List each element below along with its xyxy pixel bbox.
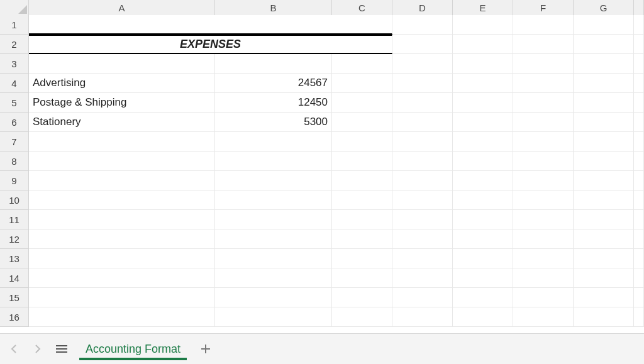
expenses-title-cell[interactable]: EXPENSES <box>29 35 392 54</box>
row-header[interactable]: 13 <box>0 249 29 268</box>
cell[interactable] <box>634 190 644 210</box>
cell[interactable] <box>453 210 513 229</box>
cell[interactable] <box>453 307 513 327</box>
cell[interactable] <box>574 132 634 152</box>
cell[interactable] <box>392 152 453 171</box>
col-header-E[interactable]: E <box>453 0 513 15</box>
cell[interactable] <box>453 15 513 35</box>
cell[interactable] <box>634 15 644 35</box>
expense-value-cell[interactable]: 12450 <box>215 93 332 113</box>
cell[interactable] <box>453 152 513 171</box>
cell[interactable] <box>574 54 634 74</box>
row-header[interactable]: 6 <box>0 113 29 132</box>
col-header-B[interactable]: B <box>215 0 332 15</box>
cell[interactable] <box>513 152 574 171</box>
cell[interactable] <box>29 190 215 210</box>
cell[interactable] <box>634 307 644 327</box>
row-header[interactable]: 11 <box>0 210 29 229</box>
cell[interactable] <box>634 210 644 229</box>
cell[interactable] <box>574 229 634 249</box>
cell[interactable] <box>513 307 574 327</box>
cell[interactable] <box>332 54 392 74</box>
cell[interactable] <box>392 15 453 35</box>
cell[interactable] <box>29 249 215 268</box>
cell[interactable] <box>29 229 215 249</box>
cell[interactable] <box>332 249 392 268</box>
cell[interactable] <box>215 190 332 210</box>
all-sheets-button[interactable] <box>55 343 68 355</box>
cell[interactable] <box>392 74 453 93</box>
row-header[interactable]: 2 <box>0 35 29 54</box>
cell[interactable] <box>392 249 453 268</box>
row-header[interactable]: 15 <box>0 288 29 307</box>
cell[interactable] <box>215 288 332 307</box>
cell[interactable] <box>332 229 392 249</box>
cell[interactable] <box>215 54 332 74</box>
expense-name-cell[interactable]: Advertising <box>29 74 215 93</box>
cell[interactable] <box>392 307 453 327</box>
col-header-C[interactable]: C <box>332 0 392 15</box>
select-all-corner[interactable] <box>0 0 29 15</box>
tab-nav-prev-button[interactable] <box>8 343 20 355</box>
cell[interactable] <box>392 113 453 132</box>
cell[interactable] <box>574 288 634 307</box>
cell[interactable] <box>574 190 634 210</box>
col-header-A[interactable]: A <box>29 0 215 15</box>
cell[interactable] <box>513 210 574 229</box>
tab-nav-next-button[interactable] <box>31 343 44 355</box>
cell[interactable] <box>513 54 574 74</box>
cell[interactable] <box>513 190 574 210</box>
row-header[interactable]: 1 <box>0 15 29 35</box>
cell[interactable] <box>513 15 574 35</box>
cell[interactable] <box>392 288 453 307</box>
cell[interactable] <box>29 132 215 152</box>
cell[interactable] <box>29 210 215 229</box>
cell[interactable] <box>513 229 574 249</box>
cell[interactable] <box>29 152 215 171</box>
cell[interactable] <box>332 190 392 210</box>
col-header-G[interactable]: G <box>574 0 634 15</box>
cell[interactable] <box>332 171 392 190</box>
row-header[interactable]: 7 <box>0 132 29 152</box>
cell[interactable] <box>332 307 392 327</box>
cell[interactable] <box>453 190 513 210</box>
cell[interactable] <box>634 132 644 152</box>
cell[interactable] <box>574 74 634 93</box>
cell[interactable] <box>634 249 644 268</box>
cell[interactable] <box>634 74 644 93</box>
cell[interactable] <box>29 54 215 74</box>
cell[interactable] <box>392 229 453 249</box>
cell[interactable] <box>215 249 332 268</box>
cell[interactable] <box>453 171 513 190</box>
cell[interactable] <box>392 268 453 288</box>
cell[interactable] <box>215 229 332 249</box>
cell[interactable] <box>513 74 574 93</box>
cell[interactable] <box>453 74 513 93</box>
cell[interactable] <box>513 113 574 132</box>
cell[interactable] <box>634 229 644 249</box>
cell[interactable] <box>634 268 644 288</box>
cell[interactable] <box>453 229 513 249</box>
cell[interactable] <box>574 307 634 327</box>
cell[interactable] <box>29 15 392 35</box>
cell[interactable] <box>392 190 453 210</box>
col-header-D[interactable]: D <box>392 0 453 15</box>
cell[interactable] <box>453 132 513 152</box>
cell[interactable] <box>634 152 644 171</box>
cell[interactable] <box>332 268 392 288</box>
cell[interactable] <box>332 152 392 171</box>
row-header[interactable]: 12 <box>0 229 29 249</box>
row-header[interactable]: 9 <box>0 171 29 190</box>
cell[interactable] <box>453 54 513 74</box>
cell[interactable] <box>29 288 215 307</box>
cell[interactable] <box>513 132 574 152</box>
cell[interactable] <box>215 268 332 288</box>
spreadsheet-grid[interactable]: A B C D E F G 12EXPENSES34Advertising245… <box>0 0 644 333</box>
cell[interactable] <box>453 288 513 307</box>
cell[interactable] <box>513 249 574 268</box>
cell[interactable] <box>29 307 215 327</box>
expense-value-cell[interactable]: 5300 <box>215 113 332 132</box>
cell[interactable] <box>392 171 453 190</box>
row-header[interactable]: 3 <box>0 54 29 74</box>
cell[interactable] <box>574 15 634 35</box>
